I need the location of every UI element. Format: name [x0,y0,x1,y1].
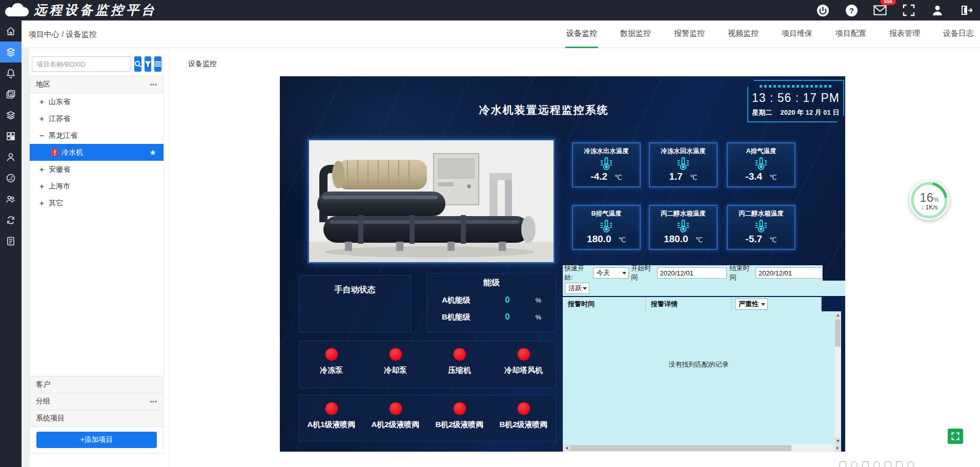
thermometer-icon [650,157,717,171]
star-icon[interactable]: ★ [150,148,156,157]
energy-row-b: B机能级 0 % [427,312,556,322]
sidebar: 地区 ••• + 山东省 + 江苏省 − 黑龙江省 冷水机 ★ + [29,48,164,467]
tab-data-monitor[interactable]: 数据监控 [619,20,652,48]
tree-item-shandong[interactable]: + 山东省 [30,93,164,110]
dashboard-gauge-icon[interactable] [0,167,22,188]
horizontal-scrollbar[interactable] [563,444,845,452]
horizontal-scroll-thumb[interactable] [570,445,791,451]
valve-b2-1: B机2级液喷阀 [427,395,492,441]
tree-item-anhui[interactable]: + 安徽省 [30,161,164,178]
temp-card-label: 冷冻水出水温度 [573,147,640,156]
scroll-left-button[interactable] [563,444,570,452]
scroll-up-button[interactable] [834,311,841,319]
region-panel-header: 地区 ••• [30,76,164,93]
collapse-minus-icon[interactable]: − [39,131,49,140]
tab-report-manage[interactable]: 报表管理 [888,20,921,48]
expand-plus-icon[interactable]: + [39,97,49,106]
bottom-toolbar-icon[interactable] [896,461,903,467]
network-speed-widget[interactable]: 16 % ↓ 1K/s [909,180,949,220]
valve-b2-2: B机2级液喷阀 [492,395,556,441]
tab-device-log[interactable]: 设备日志 [942,20,975,48]
bottom-toolbar-icon[interactable] [885,461,891,467]
tab-alarm-monitor[interactable]: 报警监控 [673,20,706,48]
chiller-dashboard: 冷水机装置远程监控系统 13 : 56 : 17 PM 星期二 2020 年 1… [280,76,845,452]
tree-item-chiller-selected[interactable]: 冷水机 ★ [30,144,164,161]
end-time-input[interactable] [756,267,823,279]
scroll-down-button[interactable] [834,437,841,444]
layers-icon[interactable] [0,104,22,125]
horizontal-scroll-track[interactable] [570,444,834,452]
fullscreen-expand-button[interactable] [948,429,963,444]
card-add-icon[interactable] [0,83,22,104]
col-alarm-detail[interactable]: 报警详情 [646,297,732,311]
tab-project-config[interactable]: 项目配置 [834,20,867,48]
start-time-label: 开始时间 [631,264,657,282]
expand-plus-icon[interactable]: + [39,182,49,190]
mail-icon[interactable]: 556 [873,4,887,17]
expand-plus-icon[interactable]: + [39,114,49,123]
start-time-input[interactable] [657,267,727,279]
download-arrow-icon: ↓ [921,204,924,211]
filter-button[interactable] [145,56,151,72]
tree-item-shanghai[interactable]: + 上海市 [30,178,164,195]
status-red-indicator [517,402,530,415]
tab-device-monitor[interactable]: 设备监控 [565,20,598,48]
help-icon[interactable]: ? [845,4,858,17]
grid-icon[interactable] [0,125,22,146]
user-manage-icon[interactable] [0,146,22,167]
status-red-indicator [389,348,402,361]
status-value: 活跃 [568,284,582,293]
search-input[interactable] [32,56,131,72]
expand-plus-icon[interactable]: + [39,199,49,207]
energy-label: B机能级 [442,312,482,322]
brand: 远程设备监控平台 [3,1,157,19]
bottom-toolbar-icon[interactable] [907,461,914,467]
temp-unit: ℃ [769,236,777,244]
fullscreen-icon[interactable] [902,4,915,17]
tab-video-monitor[interactable]: 视频监控 [727,20,760,48]
vertical-scrollbar[interactable] [834,311,841,444]
bell-icon[interactable] [0,62,22,83]
clock-date: 2020 年 12 月 01 日 [781,108,840,117]
user-icon[interactable] [931,4,944,17]
col-alarm-time[interactable]: 报警时间 [563,297,646,311]
tree-item-heilongjiang[interactable]: − 黑龙江省 [30,127,164,144]
bottom-toolbar-icon[interactable] [862,461,869,467]
compressor: 压缩机 [427,341,492,388]
search-button[interactable] [134,56,141,72]
col-severity: 严重性 [732,297,822,311]
home-icon[interactable] [0,20,22,41]
more-icon[interactable]: ••• [150,81,157,88]
status-red-indicator [389,402,402,415]
menu-button[interactable] [154,56,161,72]
logout-icon[interactable] [959,4,973,17]
tab-project-maintenance[interactable]: 项目维保 [781,20,813,48]
temp-card-b-exhaust: B排气温度 180.0℃ [572,205,641,250]
section-group[interactable]: 分组 ••• [30,393,164,410]
energy-value: 0 [482,295,533,305]
users-group-icon[interactable] [0,188,22,209]
bottom-toolbar-icon[interactable] [873,461,880,467]
scroll-right-button[interactable] [834,444,841,452]
expand-plus-icon[interactable]: + [39,165,49,174]
bottom-toolbar-icon[interactable] [840,461,846,467]
quick-start-select[interactable]: 今天 [593,267,629,279]
power-icon[interactable] [816,4,829,17]
bottom-toolbar-icon[interactable] [851,461,858,467]
section-customer[interactable]: 客户 [30,376,164,393]
section-system-project[interactable]: 系统项目 [30,410,164,427]
vertical-scroll-thumb[interactable] [835,319,841,347]
severity-select[interactable]: 严重性 [735,299,768,310]
thermometer-icon [728,219,794,233]
temp-value: -5.7 [745,234,762,245]
sync-icon[interactable] [0,209,22,230]
tree-item-other[interactable]: + 其它 [30,195,164,211]
status-select[interactable]: 活跃 [565,283,589,294]
log-book-icon[interactable] [0,230,22,251]
valve-a2: A机2级液喷阀 [363,395,427,441]
tree-spacer [30,211,164,376]
more-icon[interactable]: ••• [150,398,157,405]
projects-layers-icon[interactable] [0,41,22,62]
add-project-button[interactable]: +添加项目 [36,432,157,448]
tree-item-jiangsu[interactable]: + 江苏省 [30,110,164,127]
